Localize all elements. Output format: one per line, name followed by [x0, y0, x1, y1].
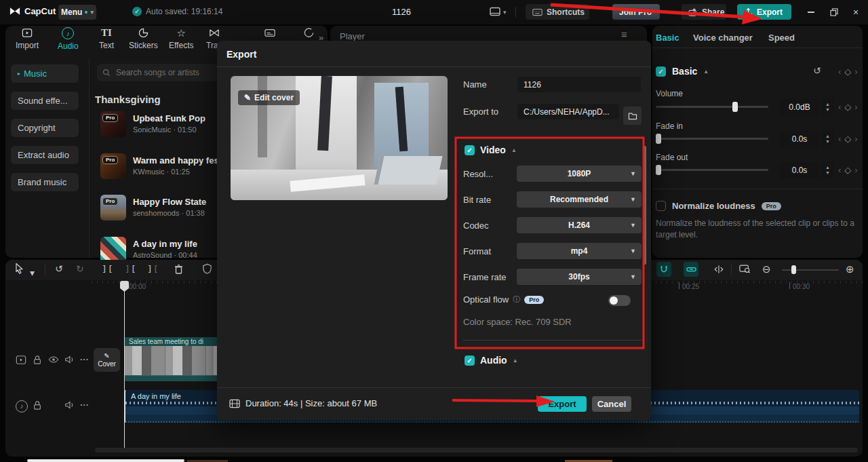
sidebar-item-brand-music[interactable]: Brand music [11, 173, 79, 191]
tab-audio[interactable]: ♪ Audio [58, 27, 79, 51]
basic-keyframe-controls[interactable]: ‹◇› [838, 66, 858, 77]
link-preview-button[interactable] [684, 262, 698, 277]
fade-in-keyframe-controls[interactable]: ‹◇› [838, 134, 858, 144]
select-tool-icon[interactable] [14, 263, 24, 274]
sidebar-brand-label: Brand music [18, 177, 66, 187]
playhead-line[interactable] [124, 287, 125, 448]
zoom-in-icon[interactable]: ⊕ [846, 263, 854, 275]
collapse-icon[interactable]: ▲ [703, 69, 709, 75]
trim-left-icon[interactable]: ][ [125, 264, 137, 274]
sidebar-item-copyright[interactable]: Copyright [11, 119, 79, 137]
tab-stickers[interactable]: Stickers [129, 27, 158, 50]
tab-import[interactable]: Import [16, 27, 39, 50]
ai-shield-icon[interactable] [202, 263, 212, 274]
fade-in-slider[interactable] [656, 138, 768, 140]
timeline-zoom-knob[interactable] [791, 265, 796, 274]
volume-stepper[interactable]: ▲▼ [822, 99, 833, 115]
format-select[interactable]: mp4▼ [517, 243, 642, 259]
fade-in-value[interactable]: 0.0s [780, 131, 819, 147]
menu-button[interactable]: Menu ▾ [58, 5, 96, 20]
cancel-button[interactable]: Cancel [592, 396, 631, 412]
volume-slider[interactable] [656, 106, 768, 108]
fade-out-keyframe-controls[interactable]: ‹◇› [838, 165, 858, 175]
audio-checkbox[interactable]: ✓ [465, 355, 475, 366]
zoom-out-icon[interactable]: ⊖ [762, 263, 771, 275]
normalize-checkbox[interactable] [656, 201, 666, 211]
info-icon[interactable]: ⓘ [513, 294, 520, 305]
reset-icon[interactable]: ↺ [813, 65, 821, 76]
layout-icon[interactable] [490, 7, 500, 16]
section-title: Thanksgiving [95, 94, 161, 105]
share-button[interactable]: Share [682, 4, 726, 20]
join-pro-button[interactable]: Join Pro [612, 4, 660, 20]
tab-effects-label: Effects [169, 41, 193, 50]
video-checkbox[interactable]: ✓ [465, 145, 475, 155]
captions-icon [264, 27, 275, 39]
minimize-button[interactable] [804, 5, 818, 19]
basic-checkbox[interactable]: ✓ [656, 66, 666, 77]
tab-speed[interactable]: Speed [768, 33, 795, 43]
volume-slider-knob[interactable] [732, 102, 738, 112]
tab-effects[interactable]: ☆ Effects [169, 27, 193, 50]
delete-icon[interactable] [174, 264, 184, 275]
mute-icon[interactable] [64, 355, 75, 364]
export-button-dialog[interactable]: Export [538, 396, 587, 412]
tab-captions[interactable] [264, 27, 275, 39]
mute-icon[interactable] [64, 400, 75, 410]
fade-out-slider[interactable] [656, 169, 768, 171]
optical-flow-toggle[interactable] [608, 295, 631, 306]
redo-icon[interactable]: ↻ [76, 263, 84, 274]
sidebar-item-music[interactable]: ▸ Music [11, 64, 79, 83]
trim-right-icon[interactable]: ][ [147, 264, 159, 274]
framerate-select[interactable]: 30fps▼ [517, 269, 642, 285]
collapse-icon[interactable]: ▲ [511, 147, 517, 153]
export-path-input[interactable] [517, 104, 619, 119]
lock-icon[interactable] [33, 355, 42, 365]
collapse-icon[interactable]: ▲ [513, 358, 518, 364]
split-icon[interactable]: ][ [102, 264, 114, 274]
tab-text[interactable]: TI Text [99, 27, 114, 50]
sidebar-item-extract-audio[interactable]: Extract audio [11, 146, 79, 164]
tab-voice-changer[interactable]: Voice changer [693, 33, 753, 43]
fade-out-stepper[interactable]: ▲▼ [822, 162, 833, 178]
sidebar-item-sound-effects[interactable]: Sound effe... [11, 92, 79, 110]
shortcuts-button[interactable]: Shortcuts [526, 4, 589, 20]
tab-filters[interactable] [304, 27, 314, 39]
fade-out-slider-knob[interactable] [656, 165, 661, 175]
timeline-zoom-slider[interactable] [782, 269, 839, 271]
more-options-icon[interactable]: ··· [80, 354, 89, 364]
pro-badge: Pro [762, 202, 781, 210]
cover-button[interactable]: ✎ Cover [94, 348, 120, 372]
fade-in-stepper[interactable]: ▲▼ [822, 131, 833, 147]
lock-icon[interactable] [33, 400, 42, 410]
preview-axis-icon[interactable] [739, 264, 751, 274]
undo-icon[interactable]: ↺ [55, 263, 63, 274]
close-button[interactable]: × [849, 5, 863, 19]
tab-basic[interactable]: Basic [656, 33, 679, 43]
volume-keyframe-controls[interactable]: ‹◇› [838, 102, 858, 112]
timeline-horizontal-scrollbar[interactable] [95, 448, 858, 453]
eye-icon[interactable] [48, 355, 59, 364]
resolution-select[interactable]: 1080P▼ [517, 166, 642, 182]
volume-value[interactable]: 0.0dB [780, 99, 819, 115]
layout-chevron-icon[interactable]: ▾ [503, 9, 507, 16]
edit-cover-button[interactable]: ✎ Edit cover [238, 90, 300, 105]
player-menu-icon[interactable]: ≡ [621, 28, 627, 40]
magnet-snap-button[interactable] [656, 262, 671, 277]
select-tool-chevron-icon[interactable]: ▾ [30, 267, 35, 278]
video-section-label: Video [480, 145, 506, 155]
export-button-topbar[interactable]: Export [737, 4, 791, 20]
browse-folder-button[interactable] [623, 107, 642, 125]
more-options-icon[interactable]: ··· [80, 400, 89, 410]
dialog-scrollbar[interactable] [644, 146, 646, 265]
restore-button[interactable] [827, 5, 841, 19]
name-input[interactable] [517, 77, 641, 92]
split-clip-icon[interactable] [713, 265, 724, 274]
shortcuts-label: Shortcuts [547, 7, 585, 17]
basic-section-header: ✓ Basic ▲ [656, 66, 709, 77]
bitrate-select[interactable]: Recommended▼ [517, 191, 642, 208]
codec-select[interactable]: H.264▼ [517, 217, 642, 233]
chevron-down-icon: ▼ [630, 196, 636, 203]
fade-out-value[interactable]: 0.0s [780, 162, 819, 178]
fade-in-slider-knob[interactable] [656, 134, 661, 144]
